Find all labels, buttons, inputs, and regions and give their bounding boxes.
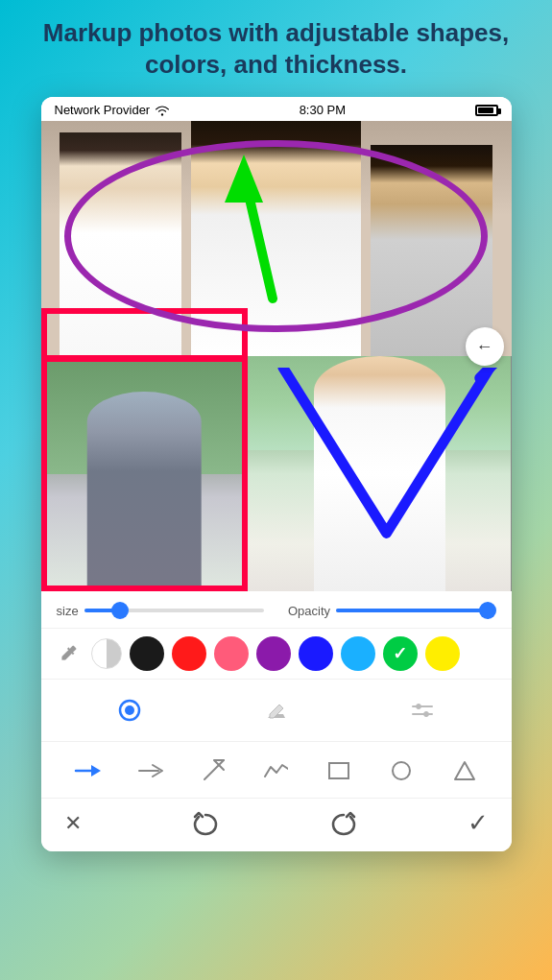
wifi-icon — [155, 105, 170, 116]
opacity-fill — [336, 609, 488, 612]
shape-line[interactable] — [256, 752, 295, 790]
settings-mode-btn[interactable] — [401, 689, 444, 731]
svg-point-14 — [393, 762, 410, 779]
svg-point-7 — [417, 705, 421, 709]
selected-check: ✓ — [393, 643, 407, 664]
svg-point-8 — [424, 712, 429, 717]
green-arrow-markup — [205, 145, 321, 318]
provider-text: Network Provider — [55, 103, 151, 117]
half-white-swatch[interactable] — [91, 638, 122, 669]
svg-marker-15 — [455, 762, 474, 779]
erase-mode-btn[interactable] — [254, 689, 297, 731]
photo-bottom-left — [41, 356, 249, 591]
size-track[interactable] — [84, 609, 264, 612]
shape-diagonal-arrow[interactable] — [194, 752, 232, 790]
headline: Markup photos with adjustable shapes, co… — [19, 17, 533, 80]
size-label: size — [57, 604, 79, 618]
svg-line-12 — [204, 760, 224, 779]
battery-icon — [475, 105, 498, 116]
status-right — [475, 105, 498, 116]
svg-marker-10 — [91, 765, 101, 777]
red-rect-bottom-markup — [41, 356, 249, 591]
shape-circle[interactable] — [382, 752, 420, 790]
opacity-slider-group: Opacity — [288, 604, 496, 618]
shape-rectangle[interactable] — [320, 752, 358, 790]
shape-triangle[interactable] — [445, 752, 484, 790]
sliders-row: size Opacity — [41, 591, 512, 629]
opacity-thumb[interactable] — [479, 602, 496, 619]
shape-filled-arrow[interactable] — [68, 752, 107, 790]
size-thumb[interactable] — [111, 602, 129, 619]
status-bar: Network Provider 8:30 PM — [41, 97, 512, 121]
confirm-button[interactable]: ✓ — [468, 808, 489, 838]
blue-v-markup — [275, 368, 498, 575]
opacity-label: Opacity — [288, 604, 330, 618]
toolbar-area: size Opacity — [41, 591, 512, 851]
mode-row — [41, 680, 512, 742]
cancel-button[interactable]: ✕ — [64, 811, 82, 836]
action-row: ✕ ✓ — [41, 799, 512, 851]
svg-point-4 — [125, 705, 134, 715]
draw-mode-btn[interactable] — [108, 689, 151, 731]
shape-line-arrow[interactable] — [132, 752, 170, 790]
phone-frame: Network Provider 8:30 PM — [41, 97, 512, 851]
time-display: 8:30 PM — [300, 103, 346, 117]
photo-area: ← — [41, 121, 512, 591]
size-slider-group: size — [57, 604, 265, 618]
opacity-track[interactable] — [336, 609, 495, 612]
status-left: Network Provider — [55, 103, 171, 117]
photo-bottom — [41, 356, 512, 591]
back-button[interactable]: ← — [466, 327, 504, 366]
undo-button[interactable] — [191, 811, 220, 836]
photo-top — [41, 121, 512, 356]
redo-button[interactable] — [329, 811, 358, 836]
eyedropper-tool[interactable] — [53, 638, 84, 669]
color-swatch-red[interactable] — [172, 636, 206, 671]
color-swatch-yellow[interactable] — [425, 636, 460, 671]
color-swatch-black[interactable] — [130, 636, 164, 671]
color-swatch-light-blue[interactable] — [341, 636, 375, 671]
colors-row: ✓ — [41, 629, 512, 680]
color-swatch-pink[interactable] — [214, 636, 249, 671]
svg-rect-13 — [329, 763, 348, 778]
shapes-row — [41, 742, 512, 799]
svg-marker-1 — [225, 155, 263, 203]
color-swatch-blue[interactable] — [299, 636, 333, 671]
photo-bottom-right — [248, 356, 511, 591]
color-swatch-green[interactable]: ✓ — [383, 636, 418, 671]
color-swatch-purple[interactable] — [256, 636, 291, 671]
